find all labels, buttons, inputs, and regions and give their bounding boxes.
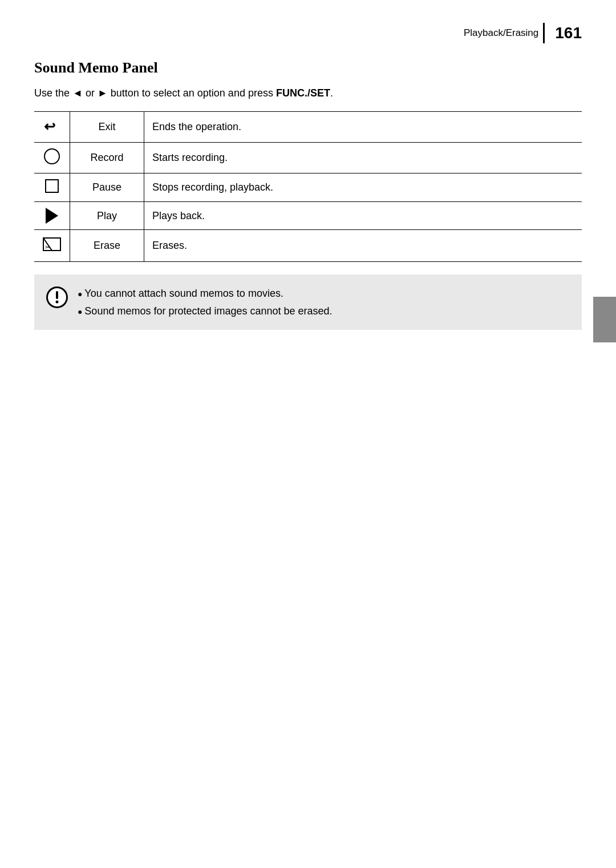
section-label: Playback/Erasing [464,27,538,39]
icon-cell-play [34,202,70,230]
list-item: Sound memos for protected images cannot … [78,302,333,320]
table-row: Record Starts recording. [34,143,582,173]
icon-cell-record [34,143,70,173]
record-icon [44,148,60,164]
side-tab [593,297,616,342]
exit-icon: ↩ [43,118,61,134]
play-icon [46,208,58,224]
desc-cell-exit: Ends the operation. [144,112,582,143]
label-cell-play: Play [70,202,144,230]
note-list: You cannot attach sound memos to movies.… [78,285,333,320]
arrow-left-icon: ◄ [72,87,83,99]
svg-point-7 [56,301,59,304]
icon-cell-exit: ↩ [34,112,70,143]
intro-text: Use the ◄ or ► button to select an optio… [34,86,582,101]
page-number: 161 [549,24,582,42]
svg-text:↩: ↩ [44,119,55,134]
label-cell-erase: Erase [70,230,144,262]
note-box: You cannot attach sound memos to movies.… [34,274,582,330]
label-cell-exit: Exit [70,112,144,143]
note-content: You cannot attach sound memos to movies.… [78,285,333,320]
icon-cell-pause [34,173,70,202]
func-set-label: FUNC./SET [276,87,330,99]
table-row: ↩ Exit Ends the operation. [34,112,582,143]
desc-cell-record: Starts recording. [144,143,582,173]
panel-table: ↩ Exit Ends the operation. Record [34,111,582,262]
intro-prefix: Use the [34,87,72,99]
list-item: You cannot attach sound memos to movies. [78,285,333,302]
label-cell-record: Record [70,143,144,173]
erase-icon: ✂ [42,236,62,253]
pause-icon [45,179,59,193]
label-cell-pause: Pause [70,173,144,202]
table-row: Play Plays back. [34,202,582,230]
desc-cell-play: Plays back. [144,202,582,230]
header-divider [543,23,545,43]
table-row: Pause Stops recording, playback. [34,173,582,202]
intro-period: . [330,87,333,99]
svg-rect-6 [56,291,58,299]
page-header: Playback/Erasing 161 [34,23,582,46]
svg-text:✂: ✂ [45,244,50,251]
page-label-group: Playback/Erasing 161 [464,23,582,43]
desc-cell-erase: Erases. [144,230,582,262]
table-row: ✂ Erase Erases. [34,230,582,262]
arrow-right-icon: ► [98,87,108,99]
warning-icon [46,286,68,309]
section-title: Sound Memo Panel [34,59,582,76]
icon-cell-erase: ✂ [34,230,70,262]
desc-cell-pause: Stops recording, playback. [144,173,582,202]
intro-suffix: button to select an option and press [108,87,276,99]
intro-connector: or [83,87,98,99]
